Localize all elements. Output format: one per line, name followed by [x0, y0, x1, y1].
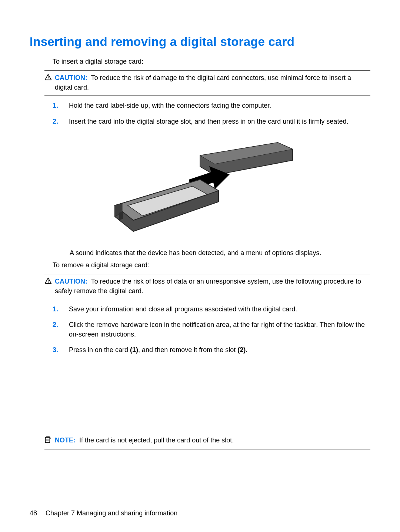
remove-steps: 1. Save your information and close all p…: [53, 304, 370, 355]
svg-rect-9: [119, 211, 123, 220]
caution-label: CAUTION:: [55, 74, 87, 81]
note-label: NOTE:: [55, 436, 76, 444]
caution-label: CAUTION:: [55, 278, 87, 285]
step-text-part: Press in on the card: [69, 346, 130, 354]
caution-insert-body: CAUTION: To reduce the risk of damage to…: [55, 73, 370, 92]
caution-insert: CAUTION: To reduce the risk of damage to…: [44, 70, 370, 96]
step-number: 1.: [53, 304, 61, 314]
warning-icon: [44, 74, 53, 84]
chapter-title: Chapter 7 Managing and sharing informati…: [46, 509, 177, 517]
step-text: Press in on the card (1), and then remov…: [69, 345, 370, 355]
step-number: 1.: [53, 101, 61, 110]
detection-sound-text: A sound indicates that the device has be…: [70, 249, 370, 257]
step-number: 2.: [53, 320, 61, 339]
page-number: 48: [30, 509, 37, 517]
remove-card-figure: [104, 362, 296, 425]
step-text: Insert the card into the digital storage…: [69, 117, 370, 126]
svg-rect-10: [48, 280, 49, 282]
warning-icon: [44, 277, 53, 287]
note-icon: [44, 436, 53, 446]
intro-remove: To remove a digital storage card:: [53, 261, 370, 270]
step-text-part: , and then remove it from the slot: [138, 346, 237, 354]
list-item: 1. Hold the card label-side up, with the…: [53, 101, 370, 110]
caution-text: To reduce the risk of damage to the digi…: [55, 74, 351, 91]
step-number: 3.: [53, 345, 61, 355]
page-footer: 48 Chapter 7 Managing and sharing inform…: [30, 509, 177, 517]
svg-rect-11: [48, 282, 49, 283]
step-text: Save your information and close all prog…: [69, 304, 370, 314]
intro-insert: To insert a digital storage card:: [53, 57, 370, 66]
step-text: Click the remove hardware icon in the no…: [69, 320, 370, 339]
step-text: Hold the card label-side up, with the co…: [69, 101, 370, 110]
note-body: NOTE: If the card is not ejected, pull t…: [55, 435, 370, 445]
note-eject: NOTE: If the card is not ejected, pull t…: [44, 433, 370, 449]
list-item: 3. Press in on the card (1), and then re…: [53, 345, 370, 355]
list-item: 1. Save your information and close all p…: [53, 304, 370, 314]
step-number: 2.: [53, 117, 61, 126]
list-item: 2. Insert the card into the digital stor…: [53, 117, 370, 126]
document-page: Inserting and removing a digital storage…: [0, 0, 400, 532]
caution-text: To reduce the risk of loss of data or an…: [55, 278, 361, 295]
list-item: 2. Click the remove hardware icon in the…: [53, 320, 370, 339]
step-text-part: .: [246, 346, 247, 354]
caution-remove-body: CAUTION: To reduce the risk of loss of d…: [55, 277, 370, 296]
caution-remove: CAUTION: To reduce the risk of loss of d…: [44, 274, 370, 299]
step-callout-1: (1): [130, 346, 138, 354]
note-text: If the card is not ejected, pull the car…: [79, 436, 234, 444]
step-callout-2: (2): [237, 346, 246, 354]
page-heading: Inserting and removing a digital storage…: [30, 35, 370, 49]
insert-steps: 1. Hold the card label-side up, with the…: [53, 101, 370, 126]
insert-card-figure: [104, 135, 296, 242]
svg-rect-1: [48, 79, 49, 80]
svg-rect-0: [48, 76, 49, 78]
